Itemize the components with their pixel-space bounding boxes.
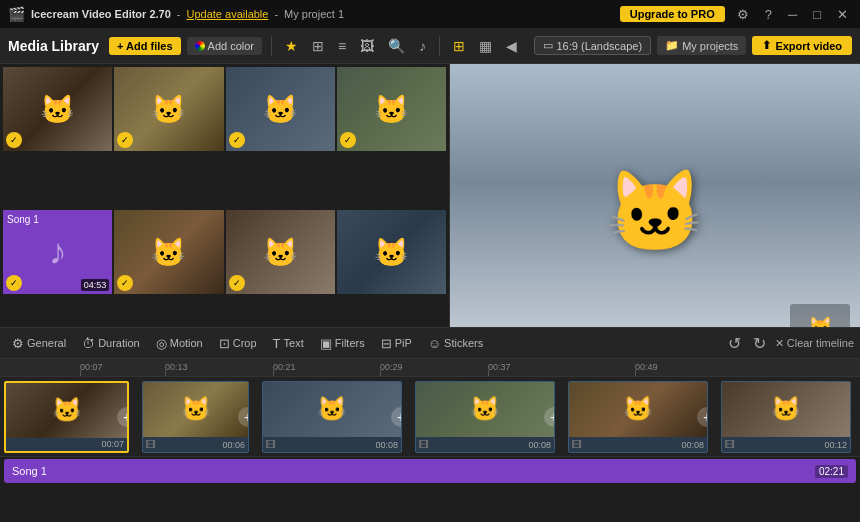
aspect-icon: ▭ <box>543 39 553 52</box>
film-icon-6: 🎞 <box>725 439 735 450</box>
ruler-line-1 <box>80 370 81 376</box>
cat-image-7: 🐱 <box>337 210 446 294</box>
check-mark-5: ✓ <box>6 275 22 291</box>
song-duration: 04:53 <box>81 279 110 291</box>
music-note-icon: ♪ <box>49 231 67 273</box>
app-icon: 🎬 <box>8 6 25 22</box>
general-tool[interactable]: ⚙ General <box>6 334 72 353</box>
preview-cat-image: 🐱 <box>605 165 705 259</box>
settings-icon[interactable]: ⚙ <box>733 7 753 22</box>
timeline-ruler: 00:07 00:13 00:21 00:29 00:37 00:49 <box>0 359 860 377</box>
list-view-btn[interactable]: ≡ <box>334 36 350 56</box>
update-link[interactable]: Update available <box>186 8 268 20</box>
song-label: Song 1 <box>7 214 39 225</box>
stickers-tool[interactable]: ☺ Stickers <box>422 334 489 353</box>
close-btn[interactable]: ✕ <box>833 7 852 22</box>
toolbar-divider-1 <box>271 36 272 56</box>
grid-4-icon[interactable]: ⊞ <box>449 36 469 56</box>
color-circle-icon <box>195 41 205 51</box>
filters-tool[interactable]: ▣ Filters <box>314 334 371 353</box>
media-grid: 🐱 ✓ 🐱 ✓ 🐱 ✓ 🐱 ✓ Song 1 ♪ ✓ 04:53 <box>0 64 449 354</box>
ruler-mark-3: 00:21 <box>273 362 296 372</box>
duration-tool[interactable]: ⏱ Duration <box>76 334 146 353</box>
app-name: Icecream Video Editor 2.70 <box>31 8 171 20</box>
bottom-area: ⚙ General ⏱ Duration ◎ Motion ⊡ Crop T T… <box>0 327 860 522</box>
my-projects-btn[interactable]: 📁 My projects <box>657 36 746 55</box>
collapse-icon[interactable]: ◀ <box>502 36 521 56</box>
undo-btn[interactable]: ↺ <box>725 334 744 353</box>
crop-tool[interactable]: ⊡ Crop <box>213 334 263 353</box>
title-bar-left: 🎬 Icecream Video Editor 2.70 - Update av… <box>8 6 344 22</box>
video-track: 🐱 00:07 + 🐱 🎞 00:06 + 🐱 🎞 00:08 + 🐱 🎞 00… <box>0 377 860 457</box>
text-icon: T <box>273 336 281 351</box>
motion-tool[interactable]: ◎ Motion <box>150 334 209 353</box>
image-icon[interactable]: 🖼 <box>356 36 378 56</box>
redo-btn[interactable]: ↻ <box>750 334 769 353</box>
clip-duration-3: 00:08 <box>375 440 398 450</box>
title-bar: 🎬 Icecream Video Editor 2.70 - Update av… <box>0 0 860 28</box>
clip-duration-1: 00:07 <box>101 439 124 449</box>
media-thumb[interactable]: 🐱 ✓ <box>337 67 446 151</box>
pip-tool[interactable]: ⊟ PiP <box>375 334 418 353</box>
pip-icon: ⊟ <box>381 336 392 351</box>
ruler-mark-4: 00:29 <box>380 362 403 372</box>
favorites-icon[interactable]: ★ <box>281 36 302 56</box>
grid-view-btn[interactable]: ⊞ <box>308 36 328 56</box>
media-thumb[interactable]: 🐱 ✓ <box>114 67 223 151</box>
track-clip-3[interactable]: 🐱 🎞 00:08 + <box>262 381 402 453</box>
clip-thumb-2: 🐱 <box>143 382 248 437</box>
media-thumb[interactable]: 🐱 <box>337 210 446 294</box>
clock-icon: ⏱ <box>82 336 95 351</box>
song-thumb[interactable]: Song 1 ♪ ✓ 04:53 <box>3 210 112 294</box>
text-tool[interactable]: T Text <box>267 334 310 353</box>
track-clip-4[interactable]: 🐱 🎞 00:08 + <box>415 381 555 453</box>
update-separator: - <box>177 8 181 20</box>
toolbar-divider-2 <box>439 36 440 56</box>
motion-icon: ◎ <box>156 336 167 351</box>
maximize-btn[interactable]: □ <box>809 7 825 22</box>
folder-icon: 📁 <box>665 39 679 52</box>
help-icon[interactable]: ? <box>761 7 776 22</box>
clip-duration-5: 00:08 <box>681 440 704 450</box>
song-track-time: 02:21 <box>815 465 848 478</box>
clip-thumb-5: 🐱 <box>569 382 707 437</box>
title-separator: - <box>274 8 278 20</box>
minimize-btn[interactable]: ─ <box>784 7 801 22</box>
check-mark-1: ✓ <box>6 132 22 148</box>
music-icon[interactable]: ♪ <box>415 36 430 56</box>
media-thumb[interactable]: 🐱 ✓ <box>3 67 112 151</box>
film-icon-5: 🎞 <box>572 439 582 450</box>
filter-icon: ▣ <box>320 336 332 351</box>
search-icon[interactable]: 🔍 <box>384 36 409 56</box>
ruler-line-4 <box>380 370 381 376</box>
grid-2-icon[interactable]: ▦ <box>475 36 496 56</box>
add-files-btn[interactable]: + Add files <box>109 37 181 55</box>
media-thumb[interactable]: 🐱 ✓ <box>226 210 335 294</box>
ruler-mark-6: 00:49 <box>635 362 658 372</box>
song-track: Song 1 02:21 <box>4 459 856 483</box>
upgrade-btn[interactable]: Upgrade to PRO <box>620 6 725 22</box>
clip-thumb-3: 🐱 <box>263 382 401 437</box>
clip-thumb-4: 🐱 <box>416 382 554 437</box>
check-mark-7: ✓ <box>229 275 245 291</box>
clip-thumb-6: 🐱 <box>722 382 850 437</box>
export-video-btn[interactable]: ⬆ Export video <box>752 36 852 55</box>
toolbar-right: ▭ 16:9 (Landscape) 📁 My projects ⬆ Expor… <box>534 36 853 55</box>
check-mark-4: ✓ <box>340 132 356 148</box>
media-thumb[interactable]: 🐱 ✓ <box>226 67 335 151</box>
clip-thumb-1: 🐱 <box>6 383 127 438</box>
add-color-btn[interactable]: Add color <box>187 37 262 55</box>
track-clip-6[interactable]: 🐱 🎞 00:12 <box>721 381 851 453</box>
media-thumb[interactable]: 🐱 ✓ <box>114 210 223 294</box>
aspect-ratio-btn[interactable]: ▭ 16:9 (Landscape) <box>534 36 652 55</box>
ruler-line-2 <box>165 370 166 376</box>
track-clip-1[interactable]: 🐱 00:07 + <box>4 381 129 453</box>
clip-duration-4: 00:08 <box>528 440 551 450</box>
sticker-icon: ☺ <box>428 336 441 351</box>
project-name: My project 1 <box>284 8 344 20</box>
video-preview: 🐱 🐱 <box>450 64 860 359</box>
track-clip-5[interactable]: 🐱 🎞 00:08 + <box>568 381 708 453</box>
clear-timeline-btn[interactable]: ✕ Clear timeline <box>775 337 854 350</box>
track-clip-2[interactable]: 🐱 🎞 00:06 + <box>142 381 249 453</box>
clip-duration-2: 00:06 <box>222 440 245 450</box>
